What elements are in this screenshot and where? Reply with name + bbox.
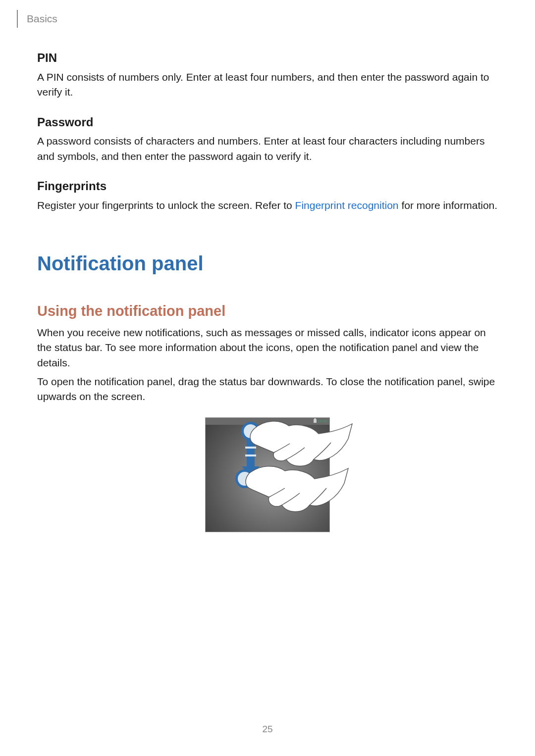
header-rule: [17, 10, 18, 28]
heading-using-notification-panel: Using the notification panel: [37, 301, 498, 321]
hand-illustration-bottom: [240, 459, 349, 549]
page-number: 25: [0, 722, 535, 736]
heading-password: Password: [37, 114, 498, 131]
link-fingerprint-recognition[interactable]: Fingerprint recognition: [295, 200, 399, 211]
manual-page: Basics PIN A PIN consists of numbers onl…: [0, 0, 535, 756]
paragraph-1: When you receive new notifications, such…: [37, 325, 498, 370]
paragraph-2: To open the notification panel, drag the…: [37, 374, 498, 404]
heading-notification-panel: Notification panel: [37, 249, 498, 278]
device-screen-illustration: 10:00: [205, 417, 330, 532]
heading-pin: PIN: [37, 50, 498, 67]
fingerprints-text-after: for more information.: [399, 200, 498, 211]
text-pin: A PIN consists of numbers only. Enter at…: [37, 70, 498, 100]
page-content: PIN A PIN consists of numbers only. Ente…: [37, 50, 498, 532]
page-header: Basics: [17, 10, 57, 28]
heading-fingerprints: Fingerprints: [37, 178, 498, 195]
section-name: Basics: [27, 11, 57, 26]
text-password: A password consists of characters and nu…: [37, 134, 498, 164]
text-fingerprints: Register your fingerprints to unlock the…: [37, 198, 498, 213]
figure-swipe-gesture: 10:00: [37, 417, 498, 532]
fingerprints-text-before: Register your fingerprints to unlock the…: [37, 200, 295, 211]
